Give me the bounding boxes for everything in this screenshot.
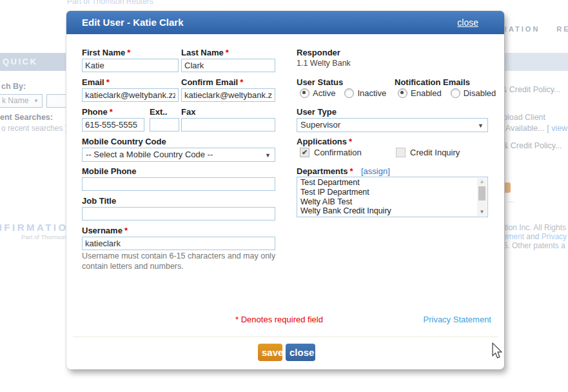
mobile-phone-label: Mobile Phone: [82, 166, 137, 176]
now-available-prefix: w Available... [: [498, 124, 549, 133]
last-name-label: Last Name*: [181, 48, 229, 57]
required-asterisk: *: [349, 166, 353, 176]
phone-label: Phone*: [82, 107, 113, 117]
footer-divider: [73, 337, 498, 337]
first-name-field[interactable]: [82, 59, 179, 72]
job-title-label: Job Title: [82, 196, 116, 206]
confirm-email-field[interactable]: [181, 88, 275, 102]
now-available-text: w Available... [ view: [498, 124, 567, 133]
first-name-label: First Name*: [82, 48, 130, 57]
chevron-down-icon: ▼: [265, 149, 271, 162]
radio-enabled[interactable]: Enabled: [398, 88, 442, 98]
chevron-down-icon: ▼: [478, 119, 484, 132]
dialog-close-link[interactable]: close: [457, 11, 478, 34]
required-asterisk: *: [127, 48, 130, 57]
radio-dot-icon: [300, 88, 309, 98]
email-label: Email*: [82, 77, 110, 87]
footer-and-text: and: [524, 232, 542, 241]
radio-dot-icon: [451, 88, 460, 98]
edit-user-dialog: Edit User - Katie Clark close First Name…: [66, 11, 504, 369]
privacy-statement-link[interactable]: Privacy Statement: [424, 315, 492, 324]
departments-label: Departments*: [297, 166, 353, 176]
required-asterisk: *: [124, 226, 128, 235]
responder-value: 1.1 Welty Bank: [297, 59, 351, 68]
required-asterisk: *: [110, 107, 113, 117]
credit-policy-link-2[interactable]: & Credit Policy...: [503, 141, 562, 150]
radio-dot-icon: [344, 88, 354, 98]
confirm-email-label: Confirm Email*: [181, 77, 243, 87]
quick-search-bar-right: [504, 53, 568, 71]
notification-emails-label: Notification Emails: [395, 77, 470, 87]
quick-search-bar: QUICK SEARCH: [0, 53, 66, 71]
radio-dot-icon: [398, 88, 407, 98]
assign-link[interactable]: [assign]: [361, 166, 390, 176]
last-name-field[interactable]: [181, 59, 275, 72]
mobile-country-code-label: Mobile Country Code: [82, 137, 166, 146]
username-hint: Username must contain 6-15 characters an…: [82, 251, 279, 271]
no-recent-searches-text: o recent searches ]: [1, 124, 67, 133]
checkbox-credit-inquiry[interactable]: Credit Inquiry: [396, 148, 460, 157]
background-ellipsis: ...: [508, 195, 514, 204]
checkbox-confirmation[interactable]: ✔ Confirmation: [300, 148, 362, 157]
footer-copyright-line3: 75. Other patents a: [499, 241, 565, 250]
required-asterisk: *: [349, 137, 352, 146]
required-asterisk: *: [226, 48, 229, 57]
view-link[interactable]: view: [551, 124, 567, 133]
email-field[interactable]: [82, 88, 179, 102]
footer-copyright-line1: ation Inc. All Rights: [500, 223, 566, 232]
mobile-country-code-value: -- Select a Mobile Country Code --: [86, 150, 213, 159]
radio-disabled[interactable]: Disabled: [451, 88, 496, 98]
search-by-label: ch By:: [1, 82, 26, 91]
privacy-link-bg[interactable]: Privacy: [542, 232, 567, 241]
ext-field[interactable]: [150, 118, 179, 132]
close-button[interactable]: close: [286, 344, 315, 361]
nav-item-reports[interactable]: RE: [556, 25, 568, 33]
thomson-reuters-tagline: Part of Thomson Reuters: [67, 0, 153, 6]
nav-item-administration[interactable]: RATION: [502, 25, 540, 33]
top-nav: RATIONRE: [502, 25, 568, 33]
departments-listbox[interactable]: Test Department Test IP Department Welty…: [297, 177, 488, 217]
credit-policy-link-1[interactable]: & Credit Policy...: [502, 85, 560, 94]
user-status-radio-group: Active Inactive: [300, 88, 386, 98]
required-asterisk: *: [240, 77, 243, 87]
user-status-label: User Status: [297, 77, 343, 87]
fax-label: Fax: [181, 107, 195, 117]
required-asterisk: *: [106, 77, 110, 87]
save-button[interactable]: save: [258, 344, 282, 361]
department-option[interactable]: Test Department: [297, 178, 487, 188]
bank-name-select-value: k Name: [2, 96, 28, 105]
ext-label: Ext..: [150, 107, 167, 117]
user-type-value: Supervisor: [300, 120, 340, 130]
mobile-country-code-select[interactable]: -- Select a Mobile Country Code -- ▼: [82, 148, 275, 162]
dialog-title: Edit User - Katie Clark: [82, 11, 184, 34]
dialog-header: Edit User - Katie Clark close: [66, 11, 504, 34]
bank-name-select[interactable]: k Name ▼: [0, 94, 43, 108]
upload-client-text: pload Client: [503, 113, 545, 122]
radio-inactive[interactable]: Inactive: [344, 88, 386, 98]
chevron-down-icon: ▼: [34, 95, 39, 107]
checkbox-empty-icon: [396, 148, 406, 157]
mobile-phone-field[interactable]: [82, 177, 275, 191]
user-type-select[interactable]: Supervisor ▼: [297, 118, 488, 132]
user-type-label: User Type: [297, 107, 337, 117]
footer-copyright-line2: eement and Privacy: [498, 232, 567, 241]
responder-label: Responder: [297, 48, 340, 57]
notification-radio-group: Enabled Disabled: [398, 88, 496, 98]
checkbox-checked-icon: ✔: [300, 148, 309, 157]
scrollbar-thumb[interactable]: [478, 186, 485, 201]
scroll-down-icon[interactable]: ▼: [477, 208, 487, 216]
recent-searches-label: ent Searches:: [0, 113, 53, 122]
scroll-up-icon[interactable]: ▲: [477, 178, 487, 186]
username-field[interactable]: [82, 237, 275, 250]
department-option[interactable]: Test IP Department: [297, 188, 487, 197]
phone-field[interactable]: [82, 118, 144, 132]
department-option[interactable]: Welty AIB Test: [297, 197, 487, 207]
radio-active[interactable]: Active: [300, 88, 335, 98]
job-title-field[interactable]: [82, 207, 275, 220]
fax-field[interactable]: [181, 118, 275, 132]
listbox-scrollbar[interactable]: ▲ ▼: [477, 178, 487, 216]
applications-label: Applications*: [297, 137, 352, 146]
username-label: Username*: [82, 226, 128, 235]
department-option[interactable]: Welty Bank Credit Inquiry: [297, 206, 487, 216]
